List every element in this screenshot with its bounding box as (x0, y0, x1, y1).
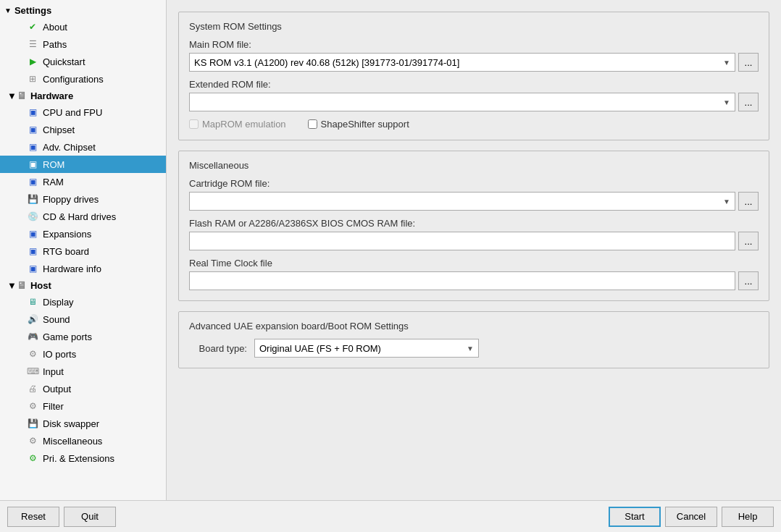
cartridge-rom-browse-button[interactable]: ... (738, 192, 759, 211)
floppy-icon: 💾 (26, 193, 39, 206)
sidebar-item-display-label: Display (43, 297, 74, 308)
hardware-folder-icon: 🖥 (17, 90, 27, 101)
flash-ram-input[interactable] (189, 232, 735, 250)
sidebar-item-paths-label: Paths (43, 39, 67, 50)
sidebar-item-ram[interactable]: ▣ RAM (0, 173, 166, 190)
sidebar-item-hardware-info-label: Hardware info (43, 263, 101, 274)
cartridge-rom-dropdown[interactable]: ▼ (189, 192, 735, 211)
cartridge-rom-label: Cartridge ROM file: (189, 178, 759, 189)
main-rom-browse-button[interactable]: ... (738, 53, 759, 72)
sidebar-item-io-ports-label: IO ports (43, 349, 76, 360)
rom-icon: ▣ (26, 158, 39, 171)
sidebar-item-expansions-label: Expansions (43, 229, 91, 240)
disk-swapper-icon: 💾 (26, 417, 39, 430)
rtc-input[interactable] (189, 271, 735, 290)
sidebar-item-adv-chipset[interactable]: ▣ Adv. Chipset (0, 138, 166, 156)
rtg-board-icon: ▣ (26, 245, 39, 258)
sidebar-item-expansions[interactable]: ▣ Expansions (0, 225, 166, 242)
sidebar-section-hardware-label: Hardware (30, 90, 73, 101)
about-icon: ✔ (26, 20, 39, 33)
miscellaneous-section: Miscellaneous Cartridge ROM file: ▼ ... … (178, 151, 769, 301)
main-rom-row: KS ROM v3.1 (A1200) rev 40.68 (512k) [39… (189, 53, 759, 72)
sidebar-item-chipset-label: Chipset (43, 124, 75, 135)
sidebar-item-configurations-label: Configurations (43, 74, 104, 85)
hardware-info-icon: ▣ (26, 262, 39, 275)
sidebar-section-settings-label: Settings (14, 5, 51, 16)
ram-icon: ▣ (26, 175, 39, 188)
sidebar: ▼ Settings ✔ About ☰ Paths ▶ Quickstart … (0, 0, 167, 500)
sidebar-item-hardware-info[interactable]: ▣ Hardware info (0, 260, 166, 277)
cd-hard-icon: 💿 (26, 210, 39, 223)
expansions-icon: ▣ (26, 227, 39, 240)
sidebar-item-display[interactable]: 🖥 Display (0, 293, 166, 311)
sidebar-item-pri-extensions[interactable]: ⚙ Pri. & Extensions (0, 449, 166, 467)
host-folder-icon: 🖥 (17, 279, 27, 291)
board-type-label: Board type: (189, 343, 247, 354)
sidebar-item-output-label: Output (43, 384, 71, 394)
maprom-checkbox[interactable] (189, 119, 199, 129)
maprom-checkbox-item[interactable]: MapROM emulation (189, 119, 286, 130)
configurations-icon: ⊞ (26, 72, 39, 85)
cpu-fpu-icon: ▣ (26, 106, 39, 119)
board-type-row: Board type: Original UAE (FS + F0 ROM) ▼ (189, 339, 759, 358)
sidebar-item-miscellaneous[interactable]: ⚙ Miscellaneous (0, 432, 166, 449)
advanced-section: Advanced UAE expansion board/Boot ROM Se… (178, 311, 769, 368)
sidebar-item-io-ports[interactable]: ⚙ IO ports (0, 345, 166, 363)
sidebar-item-miscellaneous-label: Miscellaneous (43, 436, 102, 447)
extended-rom-dropdown[interactable]: ▼ (189, 93, 735, 111)
sidebar-item-rom[interactable]: ▣ ROM (0, 156, 166, 173)
sidebar-item-about[interactable]: ✔ About (0, 18, 166, 35)
maprom-label: MapROM emulation (202, 119, 286, 130)
sidebar-item-quickstart[interactable]: ▶ Quickstart (0, 53, 166, 70)
shapeshifter-checkbox[interactable] (308, 119, 317, 129)
sidebar-item-ram-label: RAM (43, 177, 64, 187)
sidebar-item-game-ports[interactable]: 🎮 Game ports (0, 328, 166, 345)
flash-ram-row: ... (189, 232, 759, 250)
display-icon: 🖥 (26, 295, 39, 308)
help-button[interactable]: Help (722, 507, 774, 527)
cartridge-rom-dd-arrow-icon: ▼ (723, 198, 730, 206)
sidebar-section-hardware[interactable]: ▼ 🖥 Hardware (0, 88, 166, 104)
sidebar-item-disk-swapper-label: Disk swapper (43, 418, 99, 429)
sidebar-item-cd-hard-drives[interactable]: 💿 CD & Hard drives (0, 208, 166, 225)
cartridge-rom-row: ▼ ... (189, 192, 759, 211)
quit-button[interactable]: Quit (64, 507, 116, 527)
sidebar-item-sound-label: Sound (43, 314, 70, 325)
main-rom-dropdown[interactable]: KS ROM v3.1 (A1200) rev 40.68 (512k) [39… (189, 53, 735, 72)
extended-rom-row: ▼ ... (189, 93, 759, 111)
sidebar-item-sound[interactable]: 🔊 Sound (0, 311, 166, 328)
sidebar-item-pri-extensions-label: Pri. & Extensions (43, 453, 114, 464)
shapeshifter-checkbox-item[interactable]: ShapeShifter support (308, 119, 409, 130)
advanced-title: Advanced UAE expansion board/Boot ROM Se… (189, 321, 759, 332)
sidebar-item-cpu-fpu[interactable]: ▣ CPU and FPU (0, 104, 166, 121)
extended-rom-browse-button[interactable]: ... (738, 93, 759, 111)
sidebar-item-input-label: Input (43, 366, 64, 377)
flash-ram-browse-button[interactable]: ... (738, 232, 759, 250)
main-rom-value: KS ROM v3.1 (A1200) rev 40.68 (512k) [39… (194, 57, 459, 68)
sidebar-item-filter[interactable]: ⚙ Filter (0, 397, 166, 415)
footer-right: Start Cancel Help (609, 507, 774, 527)
rtc-browse-button[interactable]: ... (738, 271, 759, 290)
sidebar-item-floppy-drives[interactable]: 💾 Floppy drives (0, 190, 166, 208)
cancel-button[interactable]: Cancel (665, 507, 717, 527)
sidebar-item-adv-chipset-label: Adv. Chipset (43, 142, 96, 153)
game-ports-icon: 🎮 (26, 330, 39, 343)
sidebar-item-chipset[interactable]: ▣ Chipset (0, 121, 166, 138)
footer-left: Reset Quit (7, 507, 116, 527)
board-type-dropdown[interactable]: Original UAE (FS + F0 ROM) ▼ (254, 339, 479, 358)
sidebar-item-rtg-board[interactable]: ▣ RTG board (0, 242, 166, 260)
sidebar-item-configurations[interactable]: ⊞ Configurations (0, 70, 166, 88)
rtc-label: Real Time Clock file (189, 258, 759, 269)
sidebar-item-paths[interactable]: ☰ Paths (0, 35, 166, 53)
output-icon: 🖨 (26, 382, 39, 395)
board-type-value: Original UAE (FS + F0 ROM) (259, 343, 381, 354)
start-button[interactable]: Start (609, 507, 661, 527)
reset-button[interactable]: Reset (7, 507, 59, 527)
sidebar-section-host[interactable]: ▼ 🖥 Host (0, 277, 166, 293)
io-ports-icon: ⚙ (26, 347, 39, 360)
sidebar-item-input[interactable]: ⌨ Input (0, 363, 166, 380)
sidebar-item-output[interactable]: 🖨 Output (0, 380, 166, 397)
main-rom-dd-arrow-icon: ▼ (723, 59, 730, 67)
sidebar-item-disk-swapper[interactable]: 💾 Disk swapper (0, 415, 166, 432)
sidebar-section-settings[interactable]: ▼ Settings (0, 3, 166, 18)
